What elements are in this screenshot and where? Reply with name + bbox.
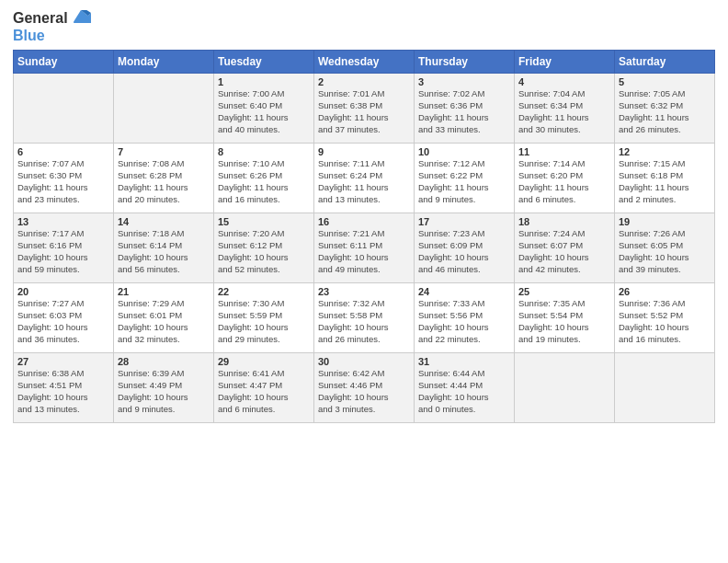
- calendar-row: 27Sunrise: 6:38 AM Sunset: 4:51 PM Dayli…: [14, 353, 715, 423]
- calendar-cell: 5Sunrise: 7:05 AM Sunset: 6:32 PM Daylig…: [615, 74, 715, 144]
- day-info: Sunrise: 7:08 AM Sunset: 6:28 PM Dayligh…: [118, 158, 210, 205]
- page-header: General Blue: [13, 9, 715, 44]
- day-info: Sunrise: 7:36 AM Sunset: 5:52 PM Dayligh…: [619, 298, 711, 345]
- day-number: 5: [619, 76, 711, 87]
- calendar-cell: 27Sunrise: 6:38 AM Sunset: 4:51 PM Dayli…: [14, 353, 114, 423]
- header-monday: Monday: [114, 51, 214, 74]
- calendar-cell: 2Sunrise: 7:01 AM Sunset: 6:38 PM Daylig…: [314, 74, 415, 144]
- calendar-row: 13Sunrise: 7:17 AM Sunset: 6:16 PM Dayli…: [14, 213, 715, 283]
- day-info: Sunrise: 7:24 AM Sunset: 6:07 PM Dayligh…: [518, 228, 610, 275]
- calendar-row: 20Sunrise: 7:27 AM Sunset: 6:03 PM Dayli…: [14, 283, 715, 353]
- day-number: 2: [318, 76, 410, 87]
- day-info: Sunrise: 7:12 AM Sunset: 6:22 PM Dayligh…: [418, 158, 510, 205]
- day-info: Sunrise: 7:01 AM Sunset: 6:38 PM Dayligh…: [318, 88, 410, 135]
- day-info: Sunrise: 6:42 AM Sunset: 4:46 PM Dayligh…: [318, 368, 410, 415]
- header-thursday: Thursday: [415, 51, 515, 74]
- calendar-cell: 18Sunrise: 7:24 AM Sunset: 6:07 PM Dayli…: [515, 213, 615, 283]
- day-info: Sunrise: 7:05 AM Sunset: 6:32 PM Dayligh…: [619, 88, 711, 135]
- day-number: 20: [17, 286, 109, 297]
- day-number: 26: [619, 286, 711, 297]
- calendar-cell: 9Sunrise: 7:11 AM Sunset: 6:24 PM Daylig…: [314, 144, 415, 213]
- calendar-cell: 11Sunrise: 7:14 AM Sunset: 6:20 PM Dayli…: [515, 144, 615, 213]
- calendar-cell: 17Sunrise: 7:23 AM Sunset: 6:09 PM Dayli…: [415, 213, 515, 283]
- day-number: 9: [318, 146, 410, 157]
- calendar-row: 6Sunrise: 7:07 AM Sunset: 6:30 PM Daylig…: [14, 144, 715, 213]
- day-number: 14: [118, 216, 210, 227]
- calendar-cell: [615, 353, 715, 423]
- day-info: Sunrise: 7:11 AM Sunset: 6:24 PM Dayligh…: [318, 158, 410, 205]
- day-info: Sunrise: 7:07 AM Sunset: 6:30 PM Dayligh…: [17, 158, 109, 205]
- day-info: Sunrise: 7:30 AM Sunset: 5:59 PM Dayligh…: [218, 298, 310, 345]
- day-info: Sunrise: 7:02 AM Sunset: 6:36 PM Dayligh…: [418, 88, 510, 135]
- day-number: 12: [619, 146, 711, 157]
- day-number: 13: [17, 216, 109, 227]
- day-number: 8: [218, 146, 310, 157]
- calendar-cell: 8Sunrise: 7:10 AM Sunset: 6:26 PM Daylig…: [214, 144, 314, 213]
- calendar-cell: 30Sunrise: 6:42 AM Sunset: 4:46 PM Dayli…: [314, 353, 415, 423]
- day-info: Sunrise: 7:27 AM Sunset: 6:03 PM Dayligh…: [17, 298, 109, 345]
- header-saturday: Saturday: [615, 51, 715, 74]
- calendar-cell: 13Sunrise: 7:17 AM Sunset: 6:16 PM Dayli…: [14, 213, 114, 283]
- day-info: Sunrise: 7:35 AM Sunset: 5:54 PM Dayligh…: [518, 298, 610, 345]
- header-sunday: Sunday: [14, 51, 114, 74]
- calendar-row: 1Sunrise: 7:00 AM Sunset: 6:40 PM Daylig…: [14, 74, 715, 144]
- day-info: Sunrise: 7:21 AM Sunset: 6:11 PM Dayligh…: [318, 228, 410, 275]
- day-info: Sunrise: 7:32 AM Sunset: 5:58 PM Dayligh…: [318, 298, 410, 345]
- calendar-cell: 16Sunrise: 7:21 AM Sunset: 6:11 PM Dayli…: [314, 213, 415, 283]
- day-number: 6: [17, 146, 109, 157]
- calendar-cell: 19Sunrise: 7:26 AM Sunset: 6:05 PM Dayli…: [615, 213, 715, 283]
- day-info: Sunrise: 7:04 AM Sunset: 6:34 PM Dayligh…: [518, 88, 610, 135]
- calendar-cell: 21Sunrise: 7:29 AM Sunset: 6:01 PM Dayli…: [114, 283, 214, 353]
- calendar-cell: 3Sunrise: 7:02 AM Sunset: 6:36 PM Daylig…: [415, 74, 515, 144]
- day-number: 29: [218, 356, 310, 367]
- day-number: 16: [318, 216, 410, 227]
- day-number: 23: [318, 286, 410, 297]
- calendar-cell: 14Sunrise: 7:18 AM Sunset: 6:14 PM Dayli…: [114, 213, 214, 283]
- calendar-header-row: SundayMondayTuesdayWednesdayThursdayFrid…: [14, 51, 715, 74]
- logo: General Blue: [13, 9, 91, 44]
- calendar-cell: 10Sunrise: 7:12 AM Sunset: 6:22 PM Dayli…: [415, 144, 515, 213]
- day-number: 4: [518, 76, 610, 87]
- day-number: 31: [418, 356, 510, 367]
- day-number: 11: [518, 146, 610, 157]
- calendar-cell: 22Sunrise: 7:30 AM Sunset: 5:59 PM Dayli…: [214, 283, 314, 353]
- calendar-cell: 31Sunrise: 6:44 AM Sunset: 4:44 PM Dayli…: [415, 353, 515, 423]
- day-number: 27: [17, 356, 109, 367]
- logo-text: General: [13, 9, 68, 27]
- calendar-cell: 6Sunrise: 7:07 AM Sunset: 6:30 PM Daylig…: [14, 144, 114, 213]
- calendar-cell: 25Sunrise: 7:35 AM Sunset: 5:54 PM Dayli…: [515, 283, 615, 353]
- day-number: 10: [418, 146, 510, 157]
- day-info: Sunrise: 6:41 AM Sunset: 4:47 PM Dayligh…: [218, 368, 310, 415]
- day-info: Sunrise: 6:44 AM Sunset: 4:44 PM Dayligh…: [418, 368, 510, 415]
- calendar-cell: 7Sunrise: 7:08 AM Sunset: 6:28 PM Daylig…: [114, 144, 214, 213]
- calendar-cell: 26Sunrise: 7:36 AM Sunset: 5:52 PM Dayli…: [615, 283, 715, 353]
- day-info: Sunrise: 7:10 AM Sunset: 6:26 PM Dayligh…: [218, 158, 310, 205]
- day-number: 24: [418, 286, 510, 297]
- day-number: 1: [218, 76, 310, 87]
- day-number: 17: [418, 216, 510, 227]
- day-number: 15: [218, 216, 310, 227]
- calendar-cell: 28Sunrise: 6:39 AM Sunset: 4:49 PM Dayli…: [114, 353, 214, 423]
- calendar-table: SundayMondayTuesdayWednesdayThursdayFrid…: [13, 50, 715, 423]
- calendar-cell: [515, 353, 615, 423]
- calendar-cell: 20Sunrise: 7:27 AM Sunset: 6:03 PM Dayli…: [14, 283, 114, 353]
- day-number: 19: [619, 216, 711, 227]
- day-number: 30: [318, 356, 410, 367]
- day-info: Sunrise: 7:00 AM Sunset: 6:40 PM Dayligh…: [218, 88, 310, 135]
- day-number: 7: [118, 146, 210, 157]
- day-info: Sunrise: 7:17 AM Sunset: 6:16 PM Dayligh…: [17, 228, 109, 275]
- day-number: 22: [218, 286, 310, 297]
- header-tuesday: Tuesday: [214, 51, 314, 74]
- day-info: Sunrise: 7:18 AM Sunset: 6:14 PM Dayligh…: [118, 228, 210, 275]
- day-info: Sunrise: 7:33 AM Sunset: 5:56 PM Dayligh…: [418, 298, 510, 345]
- day-info: Sunrise: 7:26 AM Sunset: 6:05 PM Dayligh…: [619, 228, 711, 275]
- day-info: Sunrise: 7:14 AM Sunset: 6:20 PM Dayligh…: [518, 158, 610, 205]
- header-friday: Friday: [515, 51, 615, 74]
- calendar-cell: 1Sunrise: 7:00 AM Sunset: 6:40 PM Daylig…: [214, 74, 314, 144]
- calendar-cell: 23Sunrise: 7:32 AM Sunset: 5:58 PM Dayli…: [314, 283, 415, 353]
- day-info: Sunrise: 7:23 AM Sunset: 6:09 PM Dayligh…: [418, 228, 510, 275]
- day-number: 21: [118, 286, 210, 297]
- day-number: 25: [518, 286, 610, 297]
- calendar-cell: 12Sunrise: 7:15 AM Sunset: 6:18 PM Dayli…: [615, 144, 715, 213]
- day-info: Sunrise: 6:39 AM Sunset: 4:49 PM Dayligh…: [118, 368, 210, 415]
